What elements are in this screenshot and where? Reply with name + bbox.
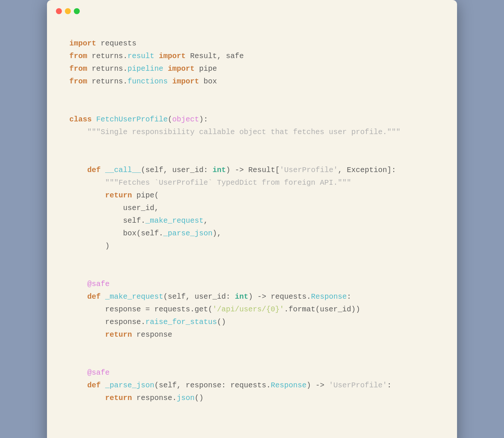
line-14: box(self._parse_json), (69, 229, 221, 238)
minimize-button[interactable] (65, 8, 71, 14)
line-25: return response.json() (69, 394, 204, 402)
code-editor: import requests from returns.result impo… (47, 21, 457, 428)
code-window: import requests from returns.result impo… (47, 0, 457, 438)
line-11: return pipe( (69, 191, 159, 200)
line-7: """Single responsibility callable object… (69, 128, 400, 136)
line-23: @safe (69, 368, 110, 377)
line-21: return response (69, 330, 172, 339)
line-3: from returns.pipeline import pipe (69, 64, 217, 73)
line-18: def _make_request(self, user_id: int) ->… (69, 292, 351, 301)
line-19: response = requests.get('/api/users/{0}'… (69, 305, 360, 314)
line-2: from returns.result import Result, safe (69, 52, 244, 60)
line-10: """Fetches `UserProfile` TypedDict from … (69, 178, 351, 187)
line-9: def __call__(self, user_id: int) -> Resu… (69, 166, 396, 174)
maximize-button[interactable] (74, 8, 80, 14)
line-6: class FetchUserProfile(object): (69, 115, 208, 124)
line-1: import requests (69, 39, 136, 48)
line-13: self._make_request, (69, 216, 208, 225)
close-button[interactable] (56, 8, 62, 14)
titlebar (47, 0, 457, 21)
line-20: response.raise_for_status() (69, 318, 226, 326)
line-24: def _parse_json(self, response: requests… (69, 381, 391, 390)
line-4: from returns.functions import box (69, 77, 217, 86)
line-12: user_id, (69, 204, 159, 212)
line-17: @safe (69, 280, 110, 288)
line-15: ) (69, 242, 110, 250)
